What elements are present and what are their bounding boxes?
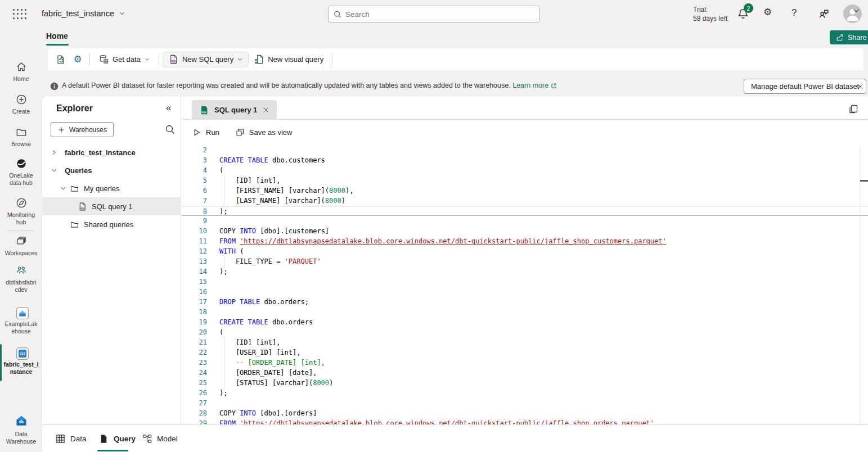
query-tab-underline [97,450,128,451]
tab-model[interactable]: Model [142,425,178,452]
code-line[interactable]: 15 [182,277,868,287]
code-area[interactable]: 23CREATE TABLE dbo.customers4(5 [ID] [in… [182,145,868,424]
refresh-query-button[interactable] [52,52,69,67]
code-text: ); [219,266,227,277]
ribbon-collapse-button[interactable] [852,7,860,15]
new-sql-query-label: New SQL query [182,55,233,64]
code-line[interactable]: 17DROP TABLE dbo.orders; [182,297,868,307]
run-button[interactable]: Run [192,128,219,137]
tree-item-queries[interactable]: Queries [42,161,181,179]
explorer-panel: Explorer « Warehouses fabric_test_instan… [42,97,181,424]
svg-text:SQL: SQL [171,60,177,63]
save-as-view-button[interactable]: Save as view [235,128,293,137]
help-button[interactable]: ? [791,7,805,21]
code-line[interactable]: 8); [182,206,868,216]
tree-item-shared-queries[interactable]: Shared queries [42,215,181,233]
share-label: Share [848,34,866,42]
code-line[interactable]: 3CREATE TABLE dbo.customers [182,155,868,165]
new-visual-query-button[interactable]: New visual query [249,52,329,67]
code-text: [USER_ID] [int], [219,347,301,358]
code-text: COPY INTO [dbo].[customers] [219,226,329,236]
copy-icon[interactable] [848,103,859,115]
code-line[interactable]: 23 -- [ORDER_DATE] [int], [182,358,868,368]
code-line[interactable]: 16 [182,287,868,297]
share-button[interactable]: Share [830,30,868,44]
sql-file-icon: SQL [78,202,87,211]
get-data-button[interactable]: Get data [93,52,155,67]
rail-item-data-warehouse[interactable]: DataWarehouse [0,414,42,445]
line-number: 18 [182,307,207,317]
code-line[interactable]: 6 [FIRST_NAME] [varchar](8000), [182,186,868,196]
new-sql-query-button[interactable]: SQL New SQL query [163,52,249,67]
rail-item-home[interactable]: Home [0,61,42,83]
query-document-icon [98,433,109,444]
rail-item-examplelakehouse[interactable]: ExampleLakehouse [0,306,42,335]
settings-button[interactable]: ⚙ [763,7,777,21]
code-line[interactable]: 12WITH ( [182,246,868,256]
close-icon[interactable] [262,106,269,114]
code-line[interactable]: 5 [ID] [int], [182,175,868,186]
chevron-down-icon [60,185,66,192]
code-line[interactable]: 19CREATE TABLE dbo.orders [182,317,868,327]
tree-item-sql-query-1[interactable]: SQL SQL query 1 [42,197,181,215]
save-as-view-icon [235,128,245,137]
code-line[interactable]: 9 [182,216,868,226]
scrollbar-marker[interactable] [860,180,868,182]
code-line[interactable]: 20( [182,327,868,337]
search-icon[interactable] [164,124,176,135]
tree-item-warehouse[interactable]: fabric_test_instance [42,143,181,161]
tab-title: SQL query 1 [214,106,257,114]
add-warehouses-button[interactable]: Warehouses [51,122,114,137]
code-line[interactable]: 18 [182,307,868,317]
code-line[interactable]: 28COPY INTO [dbo].[orders] [182,408,868,418]
document-refresh-icon [55,54,66,65]
rail-item-dbtlabsfabricdev[interactable]: dbtlabsfabricdev [0,264,42,293]
app-launcher-icon[interactable] [12,8,27,20]
line-number: 16 [182,287,207,297]
code-text: ); [219,206,227,216]
code-line[interactable]: 7 [LAST_NAME] [varchar](8000) [182,196,868,206]
code-line[interactable]: 13 FILE_TYPE = 'PARQUET' [182,256,868,266]
feedback-button[interactable] [817,7,830,21]
code-line[interactable]: 4( [182,165,868,175]
notifications-button[interactable]: 2 [736,7,750,21]
code-line[interactable]: 24 [ORDER_DATE] [date], [182,368,868,378]
manage-default-dataset-button[interactable]: Manage default Power BI dataset [744,79,866,94]
rail-item-browse[interactable]: Browse [0,126,42,148]
code-line[interactable]: 26); [182,388,868,398]
code-line[interactable]: 14); [182,266,868,277]
code-line[interactable]: 11FROM 'https://dbtlabsynapsedatalake.bl… [182,236,868,246]
workspace-title-menu[interactable]: fabric_test_instance [42,9,125,18]
rail-item-create[interactable]: Create [0,93,42,115]
banner-message: A default Power BI dataset for faster re… [62,82,557,89]
rail-item-fabric-test-instance[interactable]: fabric_test_instance [0,346,42,376]
chevron-right-icon [51,149,57,156]
tab-home[interactable]: Home [46,31,68,40]
rail-item-monitoring-hub[interactable]: Monitoringhub [0,197,42,226]
collapse-panel-button[interactable]: « [166,102,171,114]
tab-data[interactable]: Data [55,425,87,452]
lakehouse-icon [15,306,30,320]
tree-item-my-queries[interactable]: My queries [42,179,181,197]
chevron-down-icon [119,10,125,17]
tab-sql-query-1[interactable]: SQL SQL query 1 [192,100,277,120]
learn-more-link[interactable]: Learn more [512,82,557,89]
code-line[interactable]: 10COPY INTO [dbo].[customers] [182,226,868,236]
code-line[interactable]: 22 [USER_ID] [int], [182,347,868,358]
line-number: 14 [182,266,207,277]
rail-item-label: Workspaces [5,250,38,257]
tab-query[interactable]: Query [98,425,136,452]
search-input[interactable] [345,10,535,19]
rail-item-onelake-data-hub[interactable]: OneLakedata hub [0,157,42,187]
code-line[interactable]: 27 [182,398,868,408]
banner-close-button[interactable] [854,80,866,93]
warehouse-settings-button[interactable]: ⚙ [69,52,86,67]
help-icon: ? [791,7,797,18]
rail-item-workspaces[interactable]: Workspaces [0,235,42,257]
code-text: CREATE TABLE dbo.orders [219,317,313,327]
line-number: 26 [182,388,207,398]
code-line[interactable]: 25 [STATUS] [varchar](8000) [182,378,868,388]
code-line[interactable]: 2 [182,145,868,155]
code-line[interactable]: 21 [ID] [int], [182,337,868,347]
global-search[interactable] [328,6,540,22]
